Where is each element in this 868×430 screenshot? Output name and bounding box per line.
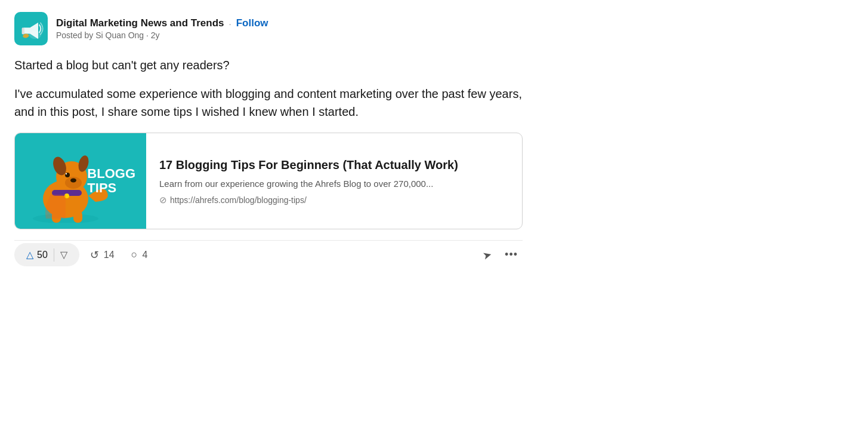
source-name[interactable]: Digital Marketing News and Trends — [56, 17, 224, 29]
link-url-text: https://ahrefs.com/blog/blogging-tips/ — [170, 195, 307, 205]
comment-count: 4 — [142, 250, 147, 260]
downvote-button[interactable]: ▽ — [57, 247, 71, 263]
share-icon: ➤ — [481, 247, 493, 262]
comment-button[interactable]: ○ 4 — [123, 245, 156, 265]
upvote-icon: △ — [26, 249, 33, 260]
reaction-bar: △ 50 ▽ ↻ 14 ○ 4 ➤ ••• — [14, 240, 523, 266]
comment-icon: ○ — [131, 248, 138, 261]
link-card-body: 17 Blogging Tips For Beginners (That Act… — [146, 133, 471, 229]
link-card-title: 17 Blogging Tips For Beginners (That Act… — [159, 157, 458, 173]
repost-button[interactable]: ↻ 14 — [82, 245, 123, 265]
post-body-text: I've accumulated some experience with bl… — [14, 85, 523, 121]
repost-icon: ↻ — [90, 248, 99, 262]
vote-divider — [54, 248, 54, 262]
link-card-image: BLOGG TIPS — [15, 133, 146, 229]
post-intro-text: Started a blog but can't get any readers… — [14, 56, 523, 74]
vote-group: △ 50 ▽ — [14, 243, 79, 266]
svg-rect-2 — [22, 27, 24, 34]
post-meta: Digital Marketing News and Trends · Foll… — [56, 17, 268, 40]
more-icon: ••• — [505, 248, 518, 260]
svg-point-12 — [66, 173, 67, 174]
svg-point-10 — [70, 179, 76, 183]
link-card-description: Learn from our experience growing the Ah… — [159, 177, 458, 190]
post-content: Started a blog but can't get any readers… — [14, 56, 523, 229]
link-card-url: ⊘ https://ahrefs.com/blog/blogging-tips/ — [159, 195, 458, 205]
post-header: Digital Marketing News and Trends · Foll… — [14, 12, 523, 45]
card-image-label: BLOGG TIPS — [87, 167, 135, 195]
upvote-count: 50 — [37, 250, 48, 260]
avatar[interactable] — [14, 12, 48, 45]
link-icon: ⊘ — [159, 195, 167, 205]
byline-dot: · — [146, 30, 151, 40]
svg-rect-16 — [73, 211, 82, 223]
follow-button[interactable]: Follow — [236, 17, 268, 29]
source-line: Digital Marketing News and Trends · Foll… — [56, 17, 268, 29]
upvote-button[interactable]: △ 50 — [23, 247, 51, 263]
more-options-button[interactable]: ••• — [500, 245, 523, 265]
downvote-icon: ▽ — [60, 249, 67, 260]
time-ago: 2y — [151, 30, 160, 40]
post-byline: Posted by Si Quan Ong · 2y — [56, 30, 268, 40]
share-button[interactable]: ➤ — [474, 245, 500, 265]
link-card[interactable]: BLOGG TIPS 17 Blogging Tips For Beginner… — [14, 133, 523, 229]
dot-separator: · — [229, 19, 231, 29]
byline-text: Posted by Si Quan Ong — [56, 30, 144, 40]
repost-count: 14 — [104, 250, 115, 260]
